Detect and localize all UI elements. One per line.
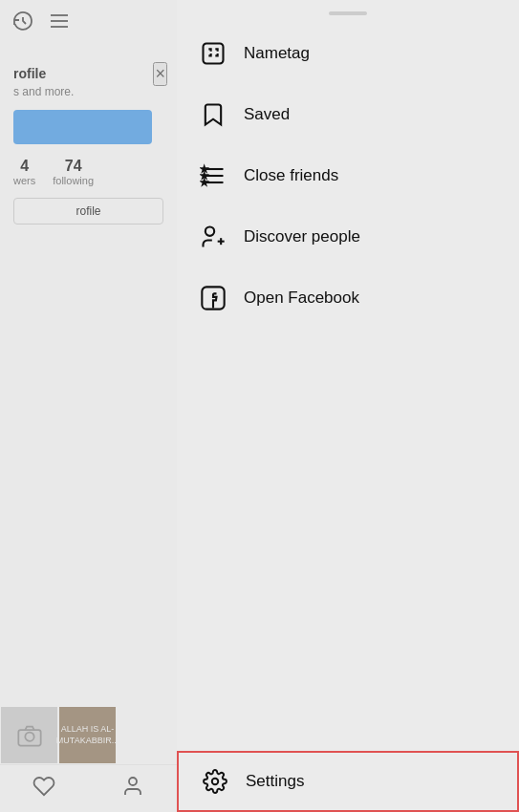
- svg-rect-6: [204, 44, 224, 64]
- menu-item-discover-people[interactable]: Discover people: [177, 206, 519, 267]
- facebook-icon: [200, 285, 227, 311]
- menu-item-close-friends[interactable]: ★ ★ ★ Close friends: [177, 145, 519, 206]
- settings-item[interactable]: Settings: [177, 751, 519, 812]
- right-menu: Nametag Saved ★ ★ ★ Close friends: [177, 0, 519, 812]
- close-friends-label: Close friends: [244, 166, 338, 185]
- open-facebook-label: Open Facebook: [244, 288, 359, 308]
- settings-icon: [202, 768, 228, 795]
- close-friends-icon: ★ ★ ★: [200, 162, 227, 189]
- menu-item-nametag[interactable]: Nametag: [177, 23, 519, 84]
- saved-icon: [200, 101, 227, 128]
- menu-item-saved[interactable]: Saved: [177, 84, 519, 145]
- menu-handle: [329, 11, 367, 15]
- svg-text:★: ★: [202, 180, 206, 185]
- discover-people-icon: [200, 224, 227, 250]
- svg-text:★: ★: [202, 173, 206, 179]
- nametag-icon: [200, 40, 227, 67]
- menu-item-open-facebook[interactable]: Open Facebook: [177, 267, 519, 329]
- discover-people-label: Discover people: [244, 227, 360, 246]
- svg-point-17: [212, 779, 219, 785]
- dim-overlay: [0, 0, 177, 812]
- svg-text:★: ★: [202, 166, 206, 172]
- svg-point-13: [205, 227, 214, 236]
- saved-label: Saved: [244, 105, 290, 124]
- nametag-label: Nametag: [244, 44, 310, 63]
- settings-label: Settings: [246, 772, 304, 791]
